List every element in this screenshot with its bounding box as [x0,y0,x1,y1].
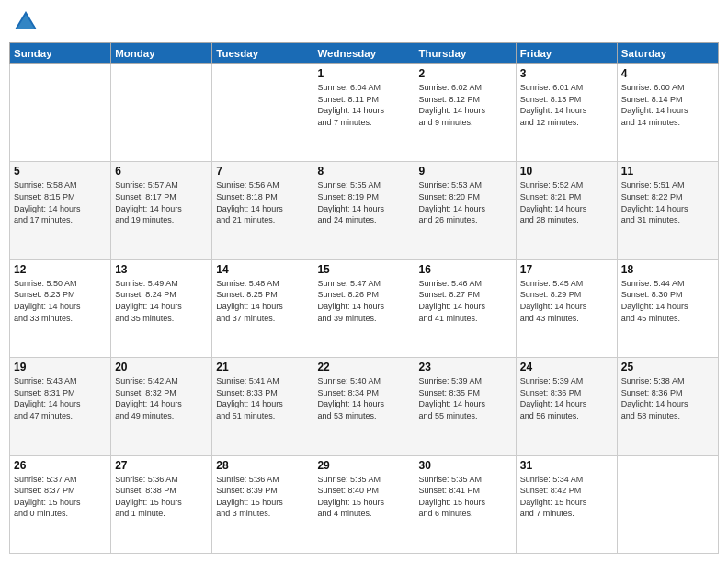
day-info: Sunrise: 5:55 AMSunset: 8:19 PMDaylight:… [317,179,410,225]
day-number: 18 [621,263,714,276]
day-cell: 15Sunrise: 5:47 AMSunset: 8:26 PMDayligh… [313,259,415,357]
day-number: 5 [14,165,107,178]
day-number: 30 [419,459,512,472]
weekday-header-friday: Friday [516,43,617,64]
day-number: 25 [621,361,714,373]
day-info: Sunrise: 6:04 AMSunset: 8:11 PMDaylight:… [317,82,410,128]
day-cell [10,64,111,162]
day-number: 3 [520,67,613,80]
day-info: Sunrise: 5:37 AMSunset: 8:37 PMDaylight:… [14,474,107,520]
day-number: 15 [317,263,410,276]
day-cell: 29Sunrise: 5:35 AMSunset: 8:40 PMDayligh… [313,455,415,553]
day-number: 16 [419,263,512,276]
day-number: 12 [14,263,107,276]
day-cell: 21Sunrise: 5:41 AMSunset: 8:33 PMDayligh… [212,358,313,455]
day-cell: 9Sunrise: 5:53 AMSunset: 8:20 PMDaylight… [415,162,516,259]
day-cell: 20Sunrise: 5:42 AMSunset: 8:32 PMDayligh… [111,358,212,455]
day-number: 20 [115,361,208,373]
day-info: Sunrise: 5:44 AMSunset: 8:30 PMDaylight:… [621,278,714,324]
week-row-2: 5Sunrise: 5:58 AMSunset: 8:15 PMDaylight… [10,162,719,259]
day-number: 24 [520,361,613,373]
day-info: Sunrise: 5:41 AMSunset: 8:33 PMDaylight:… [216,375,309,421]
day-cell: 18Sunrise: 5:44 AMSunset: 8:30 PMDayligh… [617,259,718,357]
header [9,9,719,35]
day-info: Sunrise: 5:36 AMSunset: 8:38 PMDaylight:… [115,474,208,520]
day-cell: 2Sunrise: 6:02 AMSunset: 8:12 PMDaylight… [415,64,516,162]
day-info: Sunrise: 5:42 AMSunset: 8:32 PMDaylight:… [115,375,208,421]
day-cell: 30Sunrise: 5:35 AMSunset: 8:41 PMDayligh… [415,455,516,553]
day-cell: 5Sunrise: 5:58 AMSunset: 8:15 PMDaylight… [10,162,111,259]
day-info: Sunrise: 5:36 AMSunset: 8:39 PMDaylight:… [216,474,309,520]
day-info: Sunrise: 5:57 AMSunset: 8:17 PMDaylight:… [115,179,208,225]
day-number: 1 [317,67,410,80]
weekday-header-row: SundayMondayTuesdayWednesdayThursdayFrid… [10,43,719,64]
day-cell: 3Sunrise: 6:01 AMSunset: 8:13 PMDaylight… [516,64,617,162]
day-cell: 25Sunrise: 5:38 AMSunset: 8:36 PMDayligh… [617,358,718,455]
day-cell: 23Sunrise: 5:39 AMSunset: 8:35 PMDayligh… [415,358,516,455]
day-cell: 11Sunrise: 5:51 AMSunset: 8:22 PMDayligh… [617,162,718,259]
day-cell [111,64,212,162]
day-cell: 6Sunrise: 5:57 AMSunset: 8:17 PMDaylight… [111,162,212,259]
day-info: Sunrise: 5:53 AMSunset: 8:20 PMDaylight:… [419,179,512,225]
day-cell: 22Sunrise: 5:40 AMSunset: 8:34 PMDayligh… [313,358,415,455]
day-number: 21 [216,361,309,373]
weekday-header-thursday: Thursday [415,43,516,64]
day-number: 23 [419,361,512,373]
day-cell: 12Sunrise: 5:50 AMSunset: 8:23 PMDayligh… [10,259,111,357]
day-info: Sunrise: 5:49 AMSunset: 8:24 PMDaylight:… [115,278,208,324]
day-info: Sunrise: 6:00 AMSunset: 8:14 PMDaylight:… [621,82,714,128]
day-info: Sunrise: 5:46 AMSunset: 8:27 PMDaylight:… [419,278,512,324]
day-number: 7 [216,165,309,178]
day-number: 19 [14,361,107,373]
day-info: Sunrise: 5:48 AMSunset: 8:25 PMDaylight:… [216,278,309,324]
day-info: Sunrise: 5:39 AMSunset: 8:35 PMDaylight:… [419,375,512,421]
day-cell: 1Sunrise: 6:04 AMSunset: 8:11 PMDaylight… [313,64,415,162]
day-info: Sunrise: 5:56 AMSunset: 8:18 PMDaylight:… [216,179,309,225]
day-number: 10 [520,165,613,178]
day-info: Sunrise: 5:50 AMSunset: 8:23 PMDaylight:… [14,278,107,324]
day-number: 6 [115,165,208,178]
day-cell: 13Sunrise: 5:49 AMSunset: 8:24 PMDayligh… [111,259,212,357]
week-row-3: 12Sunrise: 5:50 AMSunset: 8:23 PMDayligh… [10,259,719,357]
day-cell: 19Sunrise: 5:43 AMSunset: 8:31 PMDayligh… [10,358,111,455]
day-info: Sunrise: 5:45 AMSunset: 8:29 PMDaylight:… [520,278,613,324]
day-number: 13 [115,263,208,276]
day-info: Sunrise: 5:35 AMSunset: 8:40 PMDaylight:… [317,474,410,520]
day-number: 27 [115,459,208,472]
day-info: Sunrise: 5:34 AMSunset: 8:42 PMDaylight:… [520,474,613,520]
week-row-5: 26Sunrise: 5:37 AMSunset: 8:37 PMDayligh… [10,455,719,553]
day-number: 26 [14,459,107,472]
weekday-header-tuesday: Tuesday [212,43,313,64]
day-cell: 17Sunrise: 5:45 AMSunset: 8:29 PMDayligh… [516,259,617,357]
day-cell: 31Sunrise: 5:34 AMSunset: 8:42 PMDayligh… [516,455,617,553]
day-cell: 27Sunrise: 5:36 AMSunset: 8:38 PMDayligh… [111,455,212,553]
day-info: Sunrise: 5:52 AMSunset: 8:21 PMDaylight:… [520,179,613,225]
day-info: Sunrise: 5:58 AMSunset: 8:15 PMDaylight:… [14,179,107,225]
day-info: Sunrise: 6:01 AMSunset: 8:13 PMDaylight:… [520,82,613,128]
day-number: 29 [317,459,410,472]
calendar-table: SundayMondayTuesdayWednesdayThursdayFrid… [9,42,719,554]
day-info: Sunrise: 5:35 AMSunset: 8:41 PMDaylight:… [419,474,512,520]
logo-icon [13,9,39,35]
weekday-header-saturday: Saturday [617,43,718,64]
week-row-4: 19Sunrise: 5:43 AMSunset: 8:31 PMDayligh… [10,358,719,455]
day-info: Sunrise: 5:40 AMSunset: 8:34 PMDaylight:… [317,375,410,421]
page: SundayMondayTuesdayWednesdayThursdayFrid… [0,0,728,563]
day-number: 8 [317,165,410,178]
day-number: 14 [216,263,309,276]
day-info: Sunrise: 5:47 AMSunset: 8:26 PMDaylight:… [317,278,410,324]
day-info: Sunrise: 5:51 AMSunset: 8:22 PMDaylight:… [621,179,714,225]
day-cell: 28Sunrise: 5:36 AMSunset: 8:39 PMDayligh… [212,455,313,553]
day-cell: 16Sunrise: 5:46 AMSunset: 8:27 PMDayligh… [415,259,516,357]
day-info: Sunrise: 5:38 AMSunset: 8:36 PMDaylight:… [621,375,714,421]
day-number: 2 [419,67,512,80]
day-cell: 10Sunrise: 5:52 AMSunset: 8:21 PMDayligh… [516,162,617,259]
weekday-header-wednesday: Wednesday [313,43,415,64]
day-number: 28 [216,459,309,472]
day-number: 4 [621,67,714,80]
day-cell: 4Sunrise: 6:00 AMSunset: 8:14 PMDaylight… [617,64,718,162]
day-cell: 7Sunrise: 5:56 AMSunset: 8:18 PMDaylight… [212,162,313,259]
day-info: Sunrise: 6:02 AMSunset: 8:12 PMDaylight:… [419,82,512,128]
day-cell [212,64,313,162]
logo [13,9,42,35]
